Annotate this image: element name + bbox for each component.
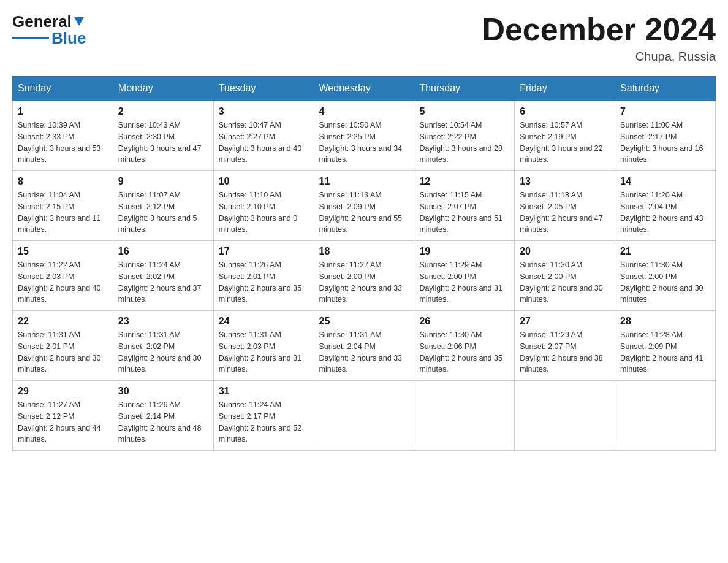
day-info: Sunrise: 11:07 AM Sunset: 2:12 PM Daylig… xyxy=(118,190,208,236)
day-info: Sunrise: 11:24 AM Sunset: 2:02 PM Daylig… xyxy=(118,259,208,305)
day-number: 6 xyxy=(520,106,610,117)
day-number: 1 xyxy=(18,106,108,117)
calendar-week-3: 15 Sunrise: 11:22 AM Sunset: 2:03 PM Day… xyxy=(13,241,716,311)
day-number: 18 xyxy=(319,246,409,257)
day-info: Sunrise: 11:24 AM Sunset: 2:17 PM Daylig… xyxy=(219,399,309,445)
col-thursday: Thursday xyxy=(414,77,515,101)
day-number: 13 xyxy=(520,176,610,187)
day-info: Sunrise: 11:10 AM Sunset: 2:10 PM Daylig… xyxy=(219,190,309,236)
col-monday: Monday xyxy=(113,77,213,101)
day-cell-4: 4 Sunrise: 10:50 AM Sunset: 2:25 PM Dayl… xyxy=(314,101,414,171)
day-info: Sunrise: 11:13 AM Sunset: 2:09 PM Daylig… xyxy=(319,190,409,236)
svg-marker-0 xyxy=(74,17,84,26)
day-cell-9: 9 Sunrise: 11:07 AM Sunset: 2:12 PM Dayl… xyxy=(113,171,213,241)
day-number: 29 xyxy=(18,386,108,397)
day-cell-31: 31 Sunrise: 11:24 AM Sunset: 2:17 PM Day… xyxy=(213,381,314,451)
day-info: Sunrise: 11:30 AM Sunset: 2:00 PM Daylig… xyxy=(620,259,710,305)
day-number: 25 xyxy=(319,316,409,327)
day-info: Sunrise: 10:39 AM Sunset: 2:33 PM Daylig… xyxy=(18,120,108,166)
day-number: 2 xyxy=(118,106,208,117)
day-cell-23: 23 Sunrise: 11:31 AM Sunset: 2:02 PM Day… xyxy=(113,311,213,381)
empty-cell-w4-c5 xyxy=(515,381,615,451)
day-info: Sunrise: 11:18 AM Sunset: 2:05 PM Daylig… xyxy=(520,190,610,236)
day-cell-24: 24 Sunrise: 11:31 AM Sunset: 2:03 PM Day… xyxy=(213,311,314,381)
empty-cell-w4-c4 xyxy=(414,381,515,451)
col-wednesday: Wednesday xyxy=(314,77,414,101)
day-cell-5: 5 Sunrise: 10:54 AM Sunset: 2:22 PM Dayl… xyxy=(414,101,515,171)
col-friday: Friday xyxy=(515,77,615,101)
day-info: Sunrise: 11:26 AM Sunset: 2:14 PM Daylig… xyxy=(118,399,208,445)
day-number: 9 xyxy=(118,176,208,187)
day-number: 22 xyxy=(18,316,108,327)
day-info: Sunrise: 11:31 AM Sunset: 2:03 PM Daylig… xyxy=(219,329,309,375)
day-cell-1: 1 Sunrise: 10:39 AM Sunset: 2:33 PM Dayl… xyxy=(13,101,113,171)
day-number: 24 xyxy=(219,316,309,327)
calendar-week-5: 29 Sunrise: 11:27 AM Sunset: 2:12 PM Day… xyxy=(13,381,716,451)
day-cell-12: 12 Sunrise: 11:15 AM Sunset: 2:07 PM Day… xyxy=(414,171,515,241)
day-number: 4 xyxy=(319,106,409,117)
day-cell-10: 10 Sunrise: 11:10 AM Sunset: 2:10 PM Day… xyxy=(213,171,314,241)
logo-blue: Blue xyxy=(51,29,86,48)
day-cell-19: 19 Sunrise: 11:29 AM Sunset: 2:00 PM Day… xyxy=(414,241,515,311)
calendar-week-4: 22 Sunrise: 11:31 AM Sunset: 2:01 PM Day… xyxy=(13,311,716,381)
day-info: Sunrise: 11:26 AM Sunset: 2:01 PM Daylig… xyxy=(219,259,309,305)
day-number: 30 xyxy=(118,386,208,397)
day-info: Sunrise: 10:54 AM Sunset: 2:22 PM Daylig… xyxy=(419,120,509,166)
day-number: 23 xyxy=(118,316,208,327)
day-number: 28 xyxy=(620,316,710,327)
empty-cell-w4-c3 xyxy=(314,381,414,451)
day-number: 15 xyxy=(18,246,108,257)
day-number: 26 xyxy=(419,316,509,327)
day-cell-16: 16 Sunrise: 11:24 AM Sunset: 2:02 PM Day… xyxy=(113,241,213,311)
day-cell-13: 13 Sunrise: 11:18 AM Sunset: 2:05 PM Day… xyxy=(515,171,615,241)
day-info: Sunrise: 11:31 AM Sunset: 2:04 PM Daylig… xyxy=(319,329,409,375)
day-info: Sunrise: 11:00 AM Sunset: 2:17 PM Daylig… xyxy=(620,120,710,166)
day-info: Sunrise: 11:04 AM Sunset: 2:15 PM Daylig… xyxy=(18,190,108,236)
day-cell-14: 14 Sunrise: 11:20 AM Sunset: 2:04 PM Day… xyxy=(615,171,716,241)
title-area: December 2024 Chupa, Russia xyxy=(482,12,716,64)
day-cell-2: 2 Sunrise: 10:43 AM Sunset: 2:30 PM Dayl… xyxy=(113,101,213,171)
day-info: Sunrise: 11:29 AM Sunset: 2:00 PM Daylig… xyxy=(419,259,509,305)
calendar-week-2: 8 Sunrise: 11:04 AM Sunset: 2:15 PM Dayl… xyxy=(13,171,716,241)
location: Chupa, Russia xyxy=(482,50,716,64)
day-number: 19 xyxy=(419,246,509,257)
day-info: Sunrise: 11:28 AM Sunset: 2:09 PM Daylig… xyxy=(620,329,710,375)
day-info: Sunrise: 11:27 AM Sunset: 2:12 PM Daylig… xyxy=(18,399,108,445)
day-number: 7 xyxy=(620,106,710,117)
day-cell-7: 7 Sunrise: 11:00 AM Sunset: 2:17 PM Dayl… xyxy=(615,101,716,171)
day-info: Sunrise: 11:27 AM Sunset: 2:00 PM Daylig… xyxy=(319,259,409,305)
col-tuesday: Tuesday xyxy=(213,77,314,101)
day-info: Sunrise: 11:30 AM Sunset: 2:06 PM Daylig… xyxy=(419,329,509,375)
day-cell-6: 6 Sunrise: 10:57 AM Sunset: 2:19 PM Dayl… xyxy=(515,101,615,171)
day-number: 17 xyxy=(219,246,309,257)
day-cell-25: 25 Sunrise: 11:31 AM Sunset: 2:04 PM Day… xyxy=(314,311,414,381)
day-number: 3 xyxy=(219,106,309,117)
day-number: 11 xyxy=(319,176,409,187)
calendar-table: Sunday Monday Tuesday Wednesday Thursday… xyxy=(12,76,716,451)
day-cell-18: 18 Sunrise: 11:27 AM Sunset: 2:00 PM Day… xyxy=(314,241,414,311)
day-cell-8: 8 Sunrise: 11:04 AM Sunset: 2:15 PM Dayl… xyxy=(13,171,113,241)
day-info: Sunrise: 11:22 AM Sunset: 2:03 PM Daylig… xyxy=(18,259,108,305)
day-cell-21: 21 Sunrise: 11:30 AM Sunset: 2:00 PM Day… xyxy=(615,241,716,311)
day-cell-3: 3 Sunrise: 10:47 AM Sunset: 2:27 PM Dayl… xyxy=(213,101,314,171)
day-number: 12 xyxy=(419,176,509,187)
day-info: Sunrise: 11:20 AM Sunset: 2:04 PM Daylig… xyxy=(620,190,710,236)
day-info: Sunrise: 11:29 AM Sunset: 2:07 PM Daylig… xyxy=(520,329,610,375)
day-cell-17: 17 Sunrise: 11:26 AM Sunset: 2:01 PM Day… xyxy=(213,241,314,311)
day-cell-27: 27 Sunrise: 11:29 AM Sunset: 2:07 PM Day… xyxy=(515,311,615,381)
day-number: 14 xyxy=(620,176,710,187)
day-info: Sunrise: 10:50 AM Sunset: 2:25 PM Daylig… xyxy=(319,120,409,166)
day-cell-11: 11 Sunrise: 11:13 AM Sunset: 2:09 PM Day… xyxy=(314,171,414,241)
day-info: Sunrise: 10:57 AM Sunset: 2:19 PM Daylig… xyxy=(520,120,610,166)
day-cell-28: 28 Sunrise: 11:28 AM Sunset: 2:09 PM Day… xyxy=(615,311,716,381)
day-number: 5 xyxy=(419,106,509,117)
day-cell-29: 29 Sunrise: 11:27 AM Sunset: 2:12 PM Day… xyxy=(13,381,113,451)
calendar-week-1: 1 Sunrise: 10:39 AM Sunset: 2:33 PM Dayl… xyxy=(13,101,716,171)
day-number: 16 xyxy=(118,246,208,257)
day-info: Sunrise: 11:31 AM Sunset: 2:02 PM Daylig… xyxy=(118,329,208,375)
day-number: 21 xyxy=(620,246,710,257)
day-number: 31 xyxy=(219,386,309,397)
day-number: 20 xyxy=(520,246,610,257)
month-title: December 2024 xyxy=(482,12,716,47)
day-cell-20: 20 Sunrise: 11:30 AM Sunset: 2:00 PM Day… xyxy=(515,241,615,311)
